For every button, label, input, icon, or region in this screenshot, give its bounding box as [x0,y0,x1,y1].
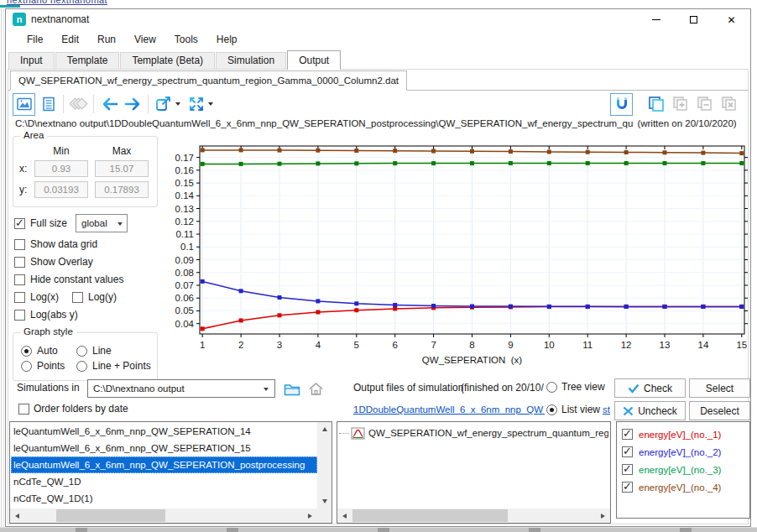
fit-zoom-button[interactable] [185,93,207,116]
menu-item-run[interactable]: Run [88,30,125,49]
tree-view-radio[interactable] [546,382,557,393]
remove-window-button[interactable] [693,93,716,116]
simulation-folder-link[interactable]: 1DDoubleQuantumWell_6_x_6nm_nnp_QW_SEP [353,404,545,415]
chart-view-button[interactable] [13,93,35,116]
file-tab[interactable]: QW_SEPERATION_wf_energy_spectrum_quantum… [10,70,407,91]
dat-file-chart-icon [351,427,365,440]
menu-item-edit[interactable]: Edit [52,30,88,49]
tab-input[interactable]: Input [8,52,55,69]
menu-item-help[interactable]: Help [207,30,247,49]
home-folder-button[interactable] [305,379,326,398]
back-button[interactable] [97,93,120,116]
overlay-layers-button[interactable] [67,93,90,116]
x-max-field[interactable]: 15.07 [95,160,149,177]
folder-list-item[interactable]: nCdTe_QW_1D [11,473,317,490]
folder-list-item[interactable]: leQuantumWell_6_x_6nm_nnp_QW_SEPERATION_… [11,423,317,440]
data-view-button[interactable] [37,93,60,116]
y-max-field[interactable]: 0.17893 [95,181,149,198]
svg-text:1: 1 [200,340,205,350]
full-size-checkbox[interactable] [14,218,25,229]
scroll-right-button[interactable] [303,509,317,523]
graph-style-points-radio[interactable] [21,361,32,372]
scroll-left-button[interactable] [10,509,24,523]
list-view-radio[interactable] [546,404,557,415]
output-files-label: Output files of simulation [353,382,463,394]
x-axis-label: x: [19,163,34,175]
curve-4-checkbox[interactable] [622,482,633,493]
list-view-option[interactable]: List view [546,404,600,415]
export-dropdown-caret[interactable] [175,102,180,106]
folder-list-item[interactable]: nCdTe_QW_1D(1) [11,490,317,507]
menu-item-view[interactable]: View [125,30,165,49]
svg-text:0.15: 0.15 [175,178,194,188]
log-abs-y-label: Log(abs y) [30,309,78,321]
show-data-grid-checkbox[interactable] [14,239,25,250]
scroll-right-button[interactable] [596,509,610,523]
folder-list-item[interactable]: leQuantumWell_6_x_6nm_nnp_QW_SEPERATION_… [11,440,317,456]
scroll-left-button[interactable] [337,509,352,523]
background-window-strip: nextnano nextnanomat [0,0,757,8]
scrollbar-thumb[interactable] [56,509,165,522]
folder-list-horizontal-scrollbar[interactable] [10,509,317,523]
scroll-down-button[interactable] [317,494,332,509]
svg-text:0.08: 0.08 [175,268,194,278]
output-file-item[interactable]: QW_SEPERATION_wf_energy_spectrum_quantum… [339,425,608,441]
scroll-up-button[interactable] [317,422,332,436]
minimize-button[interactable] [637,9,675,29]
scale-dropdown[interactable]: global [76,214,128,232]
simulations-folder-combobox[interactable]: C:\D\nextnano output [87,379,275,398]
window-title: nextnanomat [31,13,89,25]
log-x-checkbox[interactable] [14,292,25,303]
export-button[interactable] [152,93,175,116]
deselect-button[interactable]: Deselect [689,401,750,420]
maximize-button[interactable] [675,9,713,29]
max-header: Max [95,145,149,157]
menu-item-tools[interactable]: Tools [165,30,207,49]
x-min-field[interactable]: 0.93 [34,160,88,177]
finished-note: (finished on 20/10/ [461,382,544,394]
output-files-horizontal-scrollbar[interactable] [337,509,610,523]
add-window-button[interactable] [669,93,692,116]
folder-list-vertical-scrollbar[interactable] [317,422,332,509]
curve-2-checkbox[interactable] [622,446,633,457]
forward-button[interactable] [122,93,144,116]
order-folders-option[interactable]: Order folders by date [18,403,128,415]
graph-style-line-points-radio[interactable] [76,361,87,372]
duplicate-window-button[interactable] [645,93,667,116]
curve-3-checkbox[interactable] [622,464,633,475]
graph-style-groupbox: Graph style Auto Line [13,332,158,381]
nextnano-app-icon: n [13,13,26,26]
curve-1-checkbox[interactable] [622,429,633,440]
arrow-down-icon [322,499,327,503]
log-y-checkbox[interactable] [72,292,83,303]
uncheck-button[interactable]: Uncheck [614,401,686,420]
tab-simulation[interactable]: Simulation [216,52,286,69]
tab-template-beta[interactable]: Template (Beta) [120,52,215,69]
graph-style-auto-radio[interactable] [21,346,32,357]
tab-output[interactable]: Output [287,50,341,70]
folder-list-item[interactable]: leQuantumWell_6_x_6nm_nnp_QW_SEPERATION_… [11,456,317,473]
titlebar[interactable]: n nextnanomat [6,9,750,29]
close-button[interactable] [713,9,750,29]
graph-style-line-radio[interactable] [76,346,87,357]
hide-constant-values-checkbox[interactable] [14,274,25,285]
tab-template[interactable]: Template [55,52,120,69]
fit-zoom-dropdown-caret[interactable] [208,102,213,106]
order-folders-checkbox[interactable] [18,404,29,415]
file-path: C:\D\nextnano output\1DDoubleQuantumWell… [15,118,633,128]
chart-area[interactable]: 1234567891011121314150.040.050.060.070.0… [160,138,753,372]
select-button[interactable]: Select [689,378,750,398]
show-overlay-checkbox[interactable] [14,257,25,268]
close-window-button[interactable] [718,93,740,116]
check-button[interactable]: Check [614,378,686,398]
tree-view-option[interactable]: Tree view [546,381,605,393]
y-min-field[interactable]: 0.03193 [34,181,88,198]
log-abs-y-checkbox[interactable] [14,310,25,321]
energy-spectrum-chart[interactable]: 1234567891011121314150.040.050.060.070.0… [160,138,753,372]
scrollbar-thumb[interactable] [352,509,508,522]
browse-folder-button[interactable] [282,379,302,398]
curve-legend-panel: energy[eV]_(no._1) energy[eV]_(no._2) en… [616,421,750,519]
menu-item-file[interactable]: File [18,30,52,49]
clipped-link-fragment[interactable]: st [603,404,610,415]
magnet-button[interactable] [610,93,633,116]
